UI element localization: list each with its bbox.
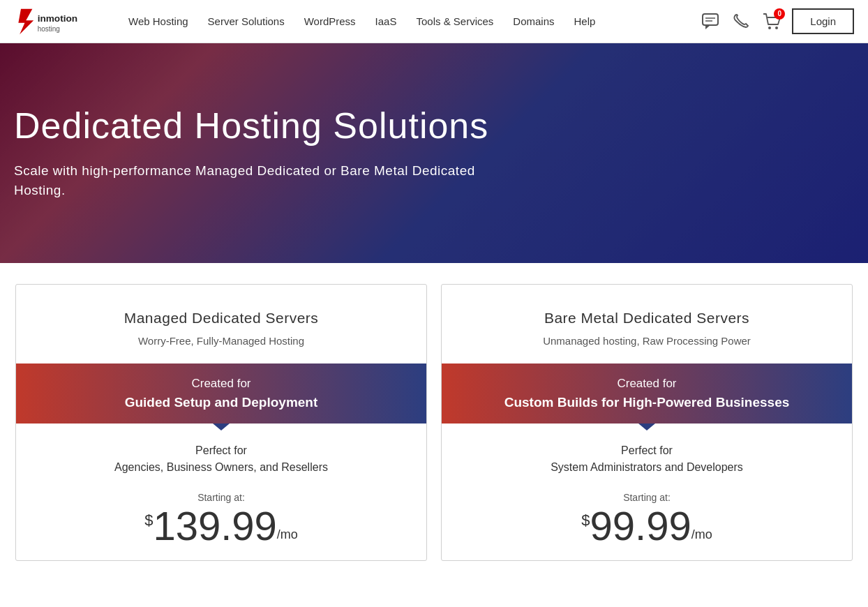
managed-perfect-label: Perfect for — [23, 444, 419, 457]
bare-metal-card: Bare Metal Dedicated Servers Unmanaged h… — [441, 284, 853, 561]
logo[interactable]: inmotion hosting — [14, 8, 98, 36]
svg-marker-0 — [18, 8, 33, 33]
nav-help[interactable]: Help — [564, 15, 606, 27]
bare-metal-price: $ 99.99 /mo — [449, 506, 845, 546]
bare-metal-perfect: Perfect for System Administrators and De… — [442, 424, 852, 481]
bare-metal-starting-at: Starting at: — [449, 492, 845, 503]
nav-links: Web Hosting Server Solutions WordPress I… — [119, 15, 700, 27]
managed-starting-at: Starting at: — [23, 492, 419, 503]
nav-domains[interactable]: Domains — [503, 15, 564, 27]
bare-metal-price-mo: /mo — [691, 527, 712, 542]
hero-section: Dedicated Hosting Solutions Scale with h… — [0, 43, 868, 263]
chat-icon[interactable] — [700, 11, 721, 32]
managed-banner-value: Guided Setup and Deployment — [23, 393, 419, 413]
bare-metal-pricing: Starting at: $ 99.99 /mo — [442, 481, 852, 560]
cart-icon[interactable]: 0 — [761, 11, 782, 32]
managed-price: $ 139.99 /mo — [23, 506, 419, 546]
managed-perfect-value: Agencies, Business Owners, and Resellers — [23, 461, 419, 474]
bare-metal-card-top: Bare Metal Dedicated Servers Unmanaged h… — [442, 285, 852, 364]
cards-row: Managed Dedicated Servers Worry-Free, Fu… — [15, 284, 853, 561]
svg-text:hosting: hosting — [38, 24, 60, 32]
bare-metal-card-banner[interactable]: Created for Custom Builds for High-Power… — [442, 364, 852, 424]
managed-banner-label: Created for — [23, 375, 419, 393]
nav-icons: 0 — [700, 11, 782, 32]
managed-perfect: Perfect for Agencies, Business Owners, a… — [16, 424, 426, 481]
managed-price-amount: 139.99 — [153, 506, 276, 546]
bare-metal-card-subtitle: Unmanaged hosting, Raw Processing Power — [456, 335, 838, 347]
hero-subtitle: Scale with high-performance Managed Dedi… — [14, 161, 502, 201]
svg-point-8 — [775, 27, 778, 29]
cards-section: Managed Dedicated Servers Worry-Free, Fu… — [0, 263, 868, 575]
svg-text:inmotion: inmotion — [38, 13, 78, 24]
phone-icon[interactable] — [731, 11, 751, 32]
bare-metal-price-dollar: $ — [581, 511, 590, 530]
managed-pricing: Starting at: $ 139.99 /mo — [16, 481, 426, 560]
nav-iaas[interactable]: IaaS — [366, 15, 407, 27]
nav-wordpress[interactable]: WordPress — [294, 15, 366, 27]
svg-point-7 — [768, 27, 771, 29]
cart-count: 0 — [774, 8, 785, 20]
managed-price-dollar: $ — [144, 511, 153, 530]
managed-card-top: Managed Dedicated Servers Worry-Free, Fu… — [16, 285, 426, 364]
nav-tools-services[interactable]: Tools & Services — [406, 15, 503, 27]
managed-card-banner[interactable]: Created for Guided Setup and Deployment — [16, 364, 426, 424]
bare-metal-banner-value: Custom Builds for High-Powered Businesse… — [449, 393, 845, 413]
managed-card-subtitle: Worry-Free, Fully-Managed Hosting — [30, 335, 412, 347]
bare-metal-perfect-value: System Administrators and Developers — [449, 461, 845, 474]
bare-metal-perfect-label: Perfect for — [449, 444, 845, 457]
managed-price-mo: /mo — [277, 527, 298, 542]
nav-web-hosting[interactable]: Web Hosting — [119, 15, 198, 27]
managed-card-title: Managed Dedicated Servers — [30, 310, 412, 327]
hero-content: Dedicated Hosting Solutions Scale with h… — [14, 105, 502, 201]
nav-server-solutions[interactable]: Server Solutions — [198, 15, 294, 27]
svg-rect-3 — [703, 14, 718, 25]
bare-metal-card-title: Bare Metal Dedicated Servers — [456, 310, 838, 327]
bare-metal-price-amount: 99.99 — [590, 506, 691, 546]
main-nav: inmotion hosting Web Hosting Server Solu… — [0, 0, 868, 43]
bare-metal-banner-label: Created for — [449, 375, 845, 393]
hero-title: Dedicated Hosting Solutions — [14, 105, 502, 147]
login-button[interactable]: Login — [792, 8, 854, 34]
managed-card: Managed Dedicated Servers Worry-Free, Fu… — [15, 284, 427, 561]
